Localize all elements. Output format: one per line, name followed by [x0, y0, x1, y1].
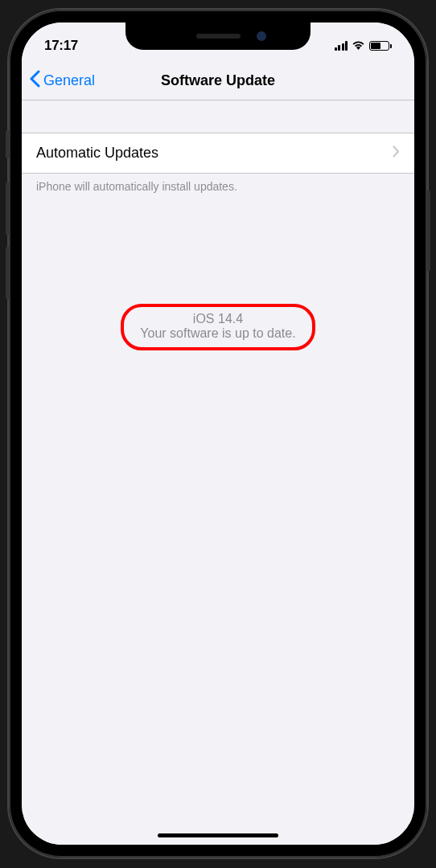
annotation-highlight: iOS 14.4 Your software is up to date.	[121, 304, 315, 350]
speaker-grille	[196, 34, 241, 39]
back-button[interactable]: General	[30, 69, 95, 92]
status-indicators	[335, 39, 393, 53]
update-status-container: iOS 14.4 Your software is up to date.	[22, 304, 414, 350]
cellular-signal-icon	[335, 41, 348, 51]
volume-up-button	[6, 182, 9, 235]
power-button	[427, 190, 430, 271]
wifi-icon	[352, 39, 365, 53]
battery-icon	[369, 41, 392, 51]
home-indicator[interactable]	[158, 833, 278, 837]
notch	[125, 23, 311, 50]
back-label: General	[43, 72, 95, 89]
section-footer-text: iPhone will automatically install update…	[22, 174, 414, 199]
volume-down-button	[6, 247, 9, 299]
chevron-right-icon	[393, 145, 400, 162]
update-status-message: Your software is up to date.	[140, 326, 295, 341]
status-time: 17:17	[44, 38, 78, 54]
automatic-updates-row[interactable]: Automatic Updates	[22, 133, 414, 174]
screen: 17:17	[22, 23, 414, 845]
phone-device-frame: 17:17	[9, 10, 427, 858]
mute-switch	[6, 130, 9, 158]
automatic-updates-label: Automatic Updates	[36, 145, 158, 162]
page-title: Software Update	[161, 72, 275, 89]
chevron-left-icon	[30, 69, 40, 92]
navigation-bar: General Software Update	[22, 61, 414, 100]
content-area: Automatic Updates iPhone will automatica…	[22, 100, 414, 845]
ios-version-label: iOS 14.4	[140, 312, 295, 326]
front-camera	[257, 31, 266, 41]
